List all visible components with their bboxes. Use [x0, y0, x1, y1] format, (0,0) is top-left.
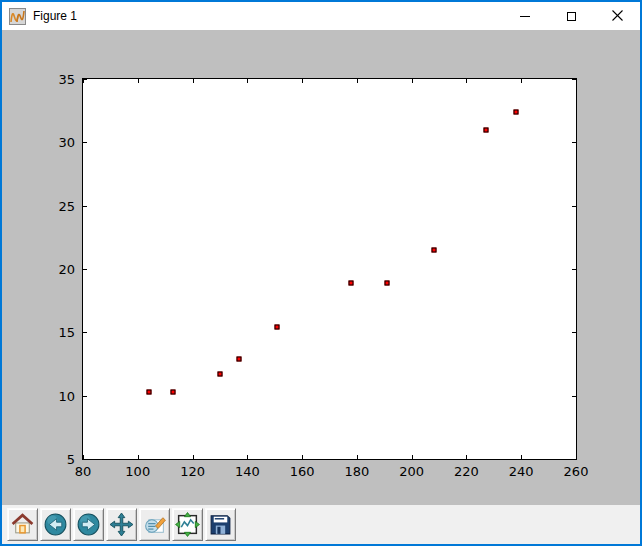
y-tick-label: 15: [58, 325, 75, 340]
y-tick-mark: [572, 459, 576, 460]
y-tick-label: 20: [58, 262, 75, 277]
y-tick-mark: [572, 79, 576, 80]
y-tick-mark: [83, 396, 87, 397]
close-icon: [612, 7, 623, 25]
figure-canvas[interactable]: 8010012014016018020022024026051015202530…: [2, 30, 640, 505]
y-tick-mark: [572, 142, 576, 143]
y-tick-mark: [572, 206, 576, 207]
x-tick-label: 120: [180, 464, 205, 479]
data-point: [171, 389, 176, 394]
y-tick-mark: [83, 269, 87, 270]
x-tick-mark: [466, 79, 467, 83]
pan-icon: [109, 512, 134, 537]
x-tick-label: 260: [564, 464, 589, 479]
x-tick-mark: [412, 79, 413, 83]
x-tick-mark: [357, 79, 358, 83]
data-point: [275, 325, 280, 330]
save-button[interactable]: [205, 508, 236, 541]
matplotlib-logo-icon: [9, 8, 26, 25]
back-icon: [43, 512, 68, 537]
data-point: [146, 389, 151, 394]
x-tick-mark: [302, 455, 303, 459]
x-tick-label: 200: [399, 464, 424, 479]
navigation-toolbar: [2, 505, 640, 544]
x-tick-mark: [412, 455, 413, 459]
y-tick-mark: [572, 332, 576, 333]
x-tick-label: 100: [125, 464, 150, 479]
subplots-icon: [175, 512, 200, 537]
y-tick-label: 5: [67, 452, 75, 467]
minimize-icon: [520, 16, 530, 17]
y-tick-mark: [83, 142, 87, 143]
pan-button[interactable]: [106, 508, 137, 541]
x-tick-mark: [247, 455, 248, 459]
x-tick-mark: [247, 79, 248, 83]
minimize-button[interactable]: [502, 2, 548, 30]
data-point: [513, 109, 518, 114]
x-tick-label: 160: [290, 464, 315, 479]
x-tick-mark: [521, 79, 522, 83]
data-point: [237, 356, 242, 361]
configure-subplots-button[interactable]: [172, 508, 203, 541]
y-tick-label: 30: [58, 135, 75, 150]
zoom-to-rect-button[interactable]: [139, 508, 170, 541]
x-tick-mark: [466, 455, 467, 459]
window-title: Figure 1: [33, 2, 77, 30]
home-icon: [10, 512, 35, 537]
zoom-rect-icon: [142, 512, 167, 537]
x-tick-mark: [357, 455, 358, 459]
x-tick-mark: [576, 455, 577, 459]
x-tick-label: 80: [75, 464, 92, 479]
home-button[interactable]: [7, 508, 38, 541]
x-tick-mark: [521, 455, 522, 459]
data-point: [483, 127, 488, 132]
titlebar: Figure 1: [2, 2, 640, 30]
y-tick-label: 35: [58, 72, 75, 87]
y-tick-mark: [83, 332, 87, 333]
y-tick-mark: [572, 269, 576, 270]
x-tick-mark: [576, 79, 577, 83]
save-icon: [208, 512, 233, 537]
figure-window: Figure 1 8010012014016018020022024026051…: [0, 0, 642, 546]
caption-buttons: [502, 2, 640, 30]
x-tick-label: 240: [509, 464, 534, 479]
x-tick-mark: [138, 79, 139, 83]
maximize-icon: [567, 12, 576, 21]
axes: 8010012014016018020022024026051015202530…: [82, 78, 577, 460]
y-tick-mark: [83, 79, 87, 80]
x-tick-mark: [138, 455, 139, 459]
y-tick-label: 25: [58, 198, 75, 213]
x-tick-label: 180: [344, 464, 369, 479]
close-button[interactable]: [594, 2, 640, 30]
x-tick-mark: [193, 79, 194, 83]
forward-icon: [76, 512, 101, 537]
y-tick-label: 10: [58, 388, 75, 403]
y-tick-mark: [83, 459, 87, 460]
y-tick-mark: [83, 206, 87, 207]
maximize-button[interactable]: [548, 2, 594, 30]
data-point: [385, 280, 390, 285]
data-point: [217, 372, 222, 377]
forward-button[interactable]: [73, 508, 104, 541]
x-tick-mark: [193, 455, 194, 459]
y-tick-mark: [572, 396, 576, 397]
back-button[interactable]: [40, 508, 71, 541]
data-point: [431, 248, 436, 253]
data-point: [349, 280, 354, 285]
x-tick-label: 220: [454, 464, 479, 479]
x-tick-label: 140: [235, 464, 260, 479]
x-tick-mark: [302, 79, 303, 83]
